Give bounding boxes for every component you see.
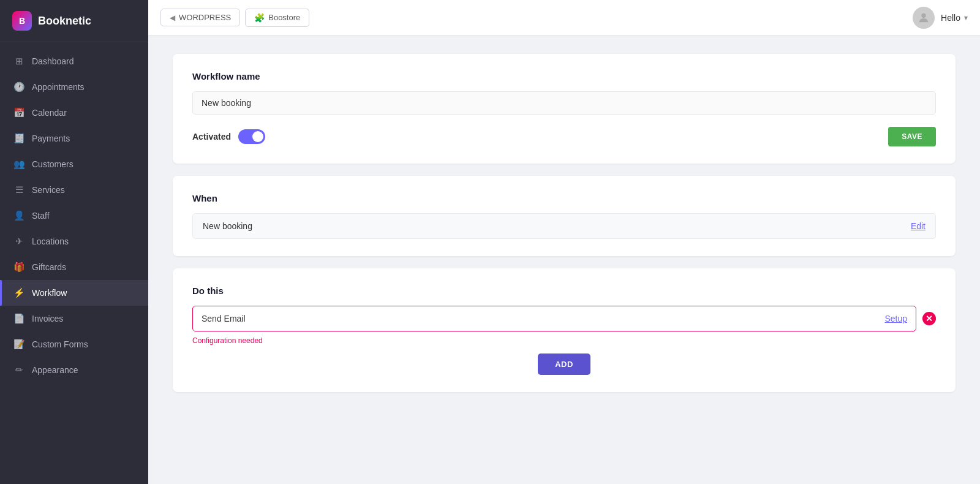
custom-forms-icon: 📝 xyxy=(13,339,24,350)
sidebar-item-calendar[interactable]: 📅 Calendar xyxy=(0,100,148,126)
staff-icon: 👤 xyxy=(13,210,24,221)
appearance-icon: ✏ xyxy=(13,365,24,376)
sidebar-item-label-appearance: Appearance xyxy=(32,365,78,375)
sidebar-item-label-dashboard: Dashboard xyxy=(32,56,74,66)
setup-link[interactable]: Setup xyxy=(884,314,907,323)
invoices-icon: 📄 xyxy=(13,313,24,324)
trigger-value: New booking xyxy=(203,221,252,231)
add-button[interactable]: ADD xyxy=(538,354,590,375)
sidebar-logo: B Booknetic xyxy=(0,0,148,42)
action-input-wrap: Send Email Setup xyxy=(192,306,916,331)
customers-icon: 👥 xyxy=(13,159,24,170)
sidebar-item-label-staff: Staff xyxy=(32,211,50,221)
sidebar-item-giftcards[interactable]: 🎁 Giftcards xyxy=(0,254,148,280)
user-name: Hello xyxy=(941,13,960,23)
when-card: When New booking Edit xyxy=(173,176,956,256)
sidebar-item-locations[interactable]: ✈ Locations xyxy=(0,229,148,254)
sidebar-item-appearance[interactable]: ✏ Appearance xyxy=(0,357,148,383)
boostore-button[interactable]: 🧩 Boostore xyxy=(245,9,309,27)
boostore-label: Boostore xyxy=(268,13,300,22)
content-area: Workflow name Activated SAVE When New bo… xyxy=(148,36,980,484)
do-this-label: Do this xyxy=(192,285,936,296)
appointments-icon: 🕐 xyxy=(13,81,24,93)
logo-icon: B xyxy=(12,11,32,31)
sidebar-item-label-services: Services xyxy=(32,185,65,195)
user-menu[interactable]: Hello ▾ xyxy=(913,7,968,29)
activated-toggle[interactable] xyxy=(238,129,265,144)
config-error: Configuration needed xyxy=(192,336,936,345)
workflow-icon: ⚡ xyxy=(13,287,24,298)
sidebar-item-appointments[interactable]: 🕐 Appointments xyxy=(0,74,148,100)
logo-text: Booknetic xyxy=(38,15,91,28)
sidebar-item-payments[interactable]: 🧾 Payments xyxy=(0,126,148,151)
sidebar-item-label-payments: Payments xyxy=(32,134,70,143)
action-row: Send Email Setup ✕ xyxy=(192,306,936,331)
main-area: ◀ WORDPRESS 🧩 Boostore Hello ▾ Workflow … xyxy=(148,0,980,484)
puzzle-icon: 🧩 xyxy=(254,13,265,23)
sidebar-item-label-invoices: Invoices xyxy=(32,314,63,323)
sidebar-item-dashboard[interactable]: ⊞ Dashboard xyxy=(0,48,148,74)
sidebar-item-label-workflow: Workflow xyxy=(32,288,67,298)
topbar: ◀ WORDPRESS 🧩 Boostore Hello ▾ xyxy=(148,0,980,36)
services-icon: ☰ xyxy=(13,184,24,195)
sidebar-item-label-customers: Customers xyxy=(32,159,74,169)
sidebar-item-label-giftcards: Giftcards xyxy=(32,262,66,272)
do-this-card: Do this Send Email Setup ✕ Configuration… xyxy=(173,268,956,392)
sidebar-item-label-custom-forms: Custom Forms xyxy=(32,339,88,349)
payments-icon: 🧾 xyxy=(13,133,24,144)
svg-point-0 xyxy=(921,13,925,17)
chevron-down-icon: ▾ xyxy=(964,13,968,22)
locations-icon: ✈ xyxy=(13,236,24,247)
sidebar-item-staff[interactable]: 👤 Staff xyxy=(0,203,148,229)
sidebar-item-workflow[interactable]: ⚡ Workflow xyxy=(0,280,148,306)
wordpress-label: WORDPRESS xyxy=(179,13,231,22)
avatar xyxy=(913,7,935,29)
when-label: When xyxy=(192,193,936,203)
remove-action-button[interactable]: ✕ xyxy=(922,312,936,325)
sidebar-item-invoices[interactable]: 📄 Invoices xyxy=(0,306,148,331)
edit-link[interactable]: Edit xyxy=(911,221,925,231)
dashboard-icon: ⊞ xyxy=(13,56,24,67)
save-button[interactable]: SAVE xyxy=(888,127,936,146)
workflow-name-input[interactable] xyxy=(192,91,936,115)
when-trigger-row: New booking Edit xyxy=(192,213,936,239)
sidebar: B Booknetic ⊞ Dashboard 🕐 Appointments 📅… xyxy=(0,0,148,484)
sidebar-item-custom-forms[interactable]: 📝 Custom Forms xyxy=(0,331,148,357)
back-icon: ◀ xyxy=(170,13,175,22)
sidebar-item-label-appointments: Appointments xyxy=(32,82,85,92)
action-value: Send Email xyxy=(202,306,884,331)
sidebar-item-label-calendar: Calendar xyxy=(32,108,67,118)
sidebar-item-customers[interactable]: 👥 Customers xyxy=(0,151,148,177)
workflow-name-label: Workflow name xyxy=(192,71,936,81)
sidebar-item-services[interactable]: ☰ Services xyxy=(0,177,148,203)
giftcards-icon: 🎁 xyxy=(13,262,24,273)
wordpress-button[interactable]: ◀ WORDPRESS xyxy=(160,9,240,26)
sidebar-nav: ⊞ Dashboard 🕐 Appointments 📅 Calendar 🧾 … xyxy=(0,42,148,484)
sidebar-item-label-locations: Locations xyxy=(32,236,69,246)
workflow-name-card: Workflow name Activated SAVE xyxy=(173,54,956,164)
calendar-icon: 📅 xyxy=(13,107,24,118)
activated-label: Activated xyxy=(192,132,231,142)
